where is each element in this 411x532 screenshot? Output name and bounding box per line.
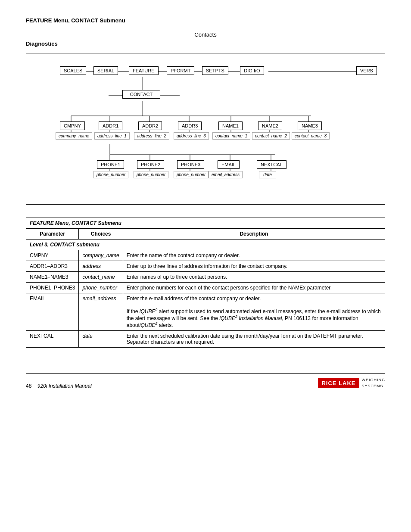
choice-email: email_address <box>79 293 123 331</box>
param-name: NAME1–NAME3 <box>26 272 79 283</box>
param-cmpny: CMPNY <box>26 250 79 261</box>
choice-addr: address <box>79 261 123 272</box>
table-row: CMPNY company_name Enter the name of the… <box>26 250 385 261</box>
node-addr1: ADDR1 <box>99 121 122 130</box>
node-digio: DIG I/O <box>240 66 264 75</box>
desc-nextcal: Enter the next scheduled calibration dat… <box>123 331 385 348</box>
col-header-desc: Description <box>123 229 385 240</box>
node-feature: FEATURE <box>129 66 159 75</box>
desc-name: Enter names of up to three contact perso… <box>123 272 385 283</box>
table-row: NEXTCAL date Enter the next scheduled ca… <box>26 331 385 348</box>
node-pformt: PFORMT <box>167 66 194 75</box>
iqube-ref2: iQUBE2 Installation Manual <box>219 315 282 321</box>
node-nextcal: NEXTCAL <box>257 160 286 169</box>
footer-page-num: 48 <box>26 383 31 389</box>
desc-phone: Enter phone numbers for each of the cont… <box>123 283 385 293</box>
logo-brand-text: RICE LAKE <box>321 380 355 387</box>
node-cmpny: CMPNY <box>60 121 85 130</box>
param-addr: ADDR1–ADDR3 <box>26 261 79 272</box>
menu-diagram: SCALES SERIAL FEATURE PFORMT SETPTS DIG … <box>26 53 385 205</box>
iqube-ref1: iQUBE2 <box>140 308 158 314</box>
table-row: ADDR1–ADDR3 address Enter up to three li… <box>26 261 385 272</box>
node-addr2: ADDR2 <box>138 121 162 130</box>
section-center-label: Contacts <box>26 31 385 38</box>
choice-name: contact_name <box>79 272 123 283</box>
sub-addr2: address_line_2 <box>134 132 169 140</box>
node-email: EMAIL <box>218 160 240 169</box>
table-row: EMAIL email_address Enter the e-mail add… <box>26 293 385 331</box>
desc-addr: Enter up to three lines of address infor… <box>123 261 385 272</box>
node-phone1: PHONE1 <box>97 160 124 169</box>
node-name1: NAME1 <box>218 121 243 130</box>
choice-cmpny: company_name <box>79 250 123 261</box>
page-footer: 48 920i Installation Manual RICE LAKE WE… <box>26 373 385 389</box>
sub-date: date <box>259 171 276 178</box>
desc-cmpny: Enter the name of the contact company or… <box>123 250 385 261</box>
sub-phone2: phone_number <box>134 171 168 178</box>
sub-phone1: phone_number <box>93 171 128 178</box>
sub-company-name: company_name <box>56 132 92 140</box>
sub-name2: contact_name_2 <box>252 132 290 140</box>
node-name2: NAME2 <box>258 121 282 130</box>
sub-name1: contact_name_1 <box>212 132 250 140</box>
footer-left: 48 920i Installation Manual <box>26 383 92 389</box>
node-name3: NAME3 <box>298 121 322 130</box>
footer-right: RICE LAKE WEIGHINGSYSTEMS <box>318 377 385 389</box>
table-row: NAME1–NAME3 contact_name Enter names of … <box>26 272 385 283</box>
desc-email: Enter the e-mail address of the contact … <box>123 293 385 331</box>
feature-table: FEATURE Menu, CONTACT Submenu Parameter … <box>26 218 385 348</box>
choice-phone: phone_number <box>79 283 123 293</box>
choice-nextcal: date <box>79 331 123 348</box>
rice-lake-logo: RICE LAKE WEIGHINGSYSTEMS <box>318 377 385 389</box>
table-title: FEATURE Menu, CONTACT Submenu <box>26 218 385 229</box>
sub-email: email_address <box>209 171 243 178</box>
sub-name3: contact_name_3 <box>292 132 330 140</box>
page-title: FEATURE Menu, CONTACT Submenu <box>26 17 385 24</box>
param-email: EMAIL <box>26 293 79 331</box>
sub-addr3: address_line_3 <box>174 132 209 140</box>
sub-addr1: address_line_1 <box>94 132 130 140</box>
param-phone: PHONE1–PHONE3 <box>26 283 79 293</box>
diagram-wrap: SCALES SERIAL FEATURE PFORMT SETPTS DIG … <box>33 62 378 196</box>
col-header-choices: Choices <box>79 229 123 240</box>
logo-tagline: WEIGHINGSYSTEMS <box>362 377 386 389</box>
table-row: PHONE1–PHONE3 phone_number Enter phone n… <box>26 283 385 293</box>
node-serial: SERIAL <box>93 66 118 75</box>
param-nextcal: NEXTCAL <box>26 331 79 348</box>
node-scales: SCALES <box>60 66 86 75</box>
node-phone3: PHONE3 <box>177 160 204 169</box>
node-contact: CONTACT <box>122 90 160 99</box>
logo-brand: RICE LAKE <box>318 378 359 389</box>
col-header-param: Parameter <box>26 229 79 240</box>
iqube-ref3: iQUBE2 <box>140 322 158 328</box>
diagnostics-label: Diagnostics <box>26 40 385 47</box>
section-header-level3: Level 3, CONTACT submenu <box>26 240 385 250</box>
node-addr3: ADDR3 <box>178 121 202 130</box>
node-vers: VERS <box>356 66 377 75</box>
node-setpts: SETPTS <box>202 66 228 75</box>
footer-manual-title: 920i Installation Manual <box>37 383 92 389</box>
sub-phone3: phone_number <box>174 171 209 178</box>
node-phone2: PHONE2 <box>137 160 164 169</box>
